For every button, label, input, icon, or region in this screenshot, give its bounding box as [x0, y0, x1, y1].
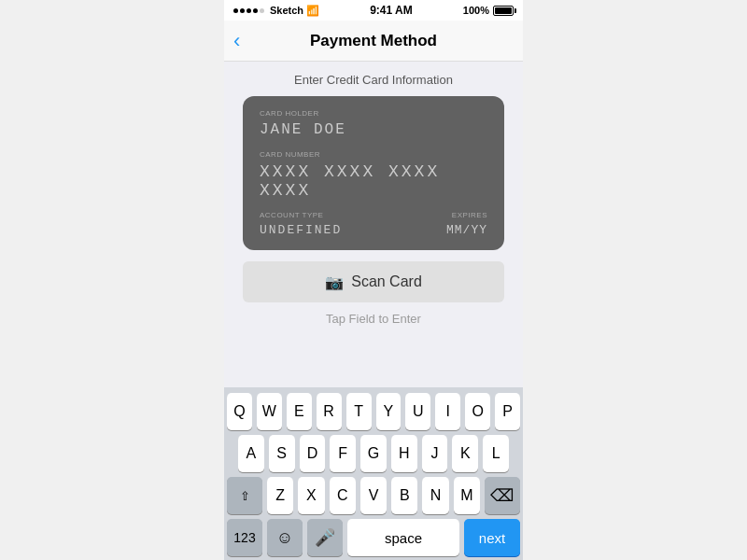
card-holder-value: JANE DOE — [260, 121, 487, 138]
tap-field-hint: Tap Field to Enter — [326, 312, 421, 326]
status-right: 100% — [463, 5, 514, 16]
card-number-section: CARD NUMBER XXXX XXXX XXXX XXXX — [260, 150, 487, 200]
keyboard-row-1: Q W E R T Y U I O P — [227, 393, 520, 430]
key-h[interactable]: H — [391, 435, 417, 472]
back-button[interactable]: ‹ — [233, 31, 240, 51]
key-u[interactable]: U — [405, 393, 430, 430]
key-t[interactable]: T — [346, 393, 372, 430]
keyboard-row-2: A S D F G H J K L — [227, 435, 520, 472]
battery-percent: 100% — [463, 5, 489, 16]
next-key[interactable]: next — [464, 519, 520, 556]
key-r[interactable]: R — [317, 393, 342, 430]
card-number-label: CARD NUMBER — [260, 150, 487, 159]
key-b[interactable]: B — [391, 477, 417, 514]
key-y[interactable]: Y — [376, 393, 402, 430]
card-number-value: XXXX XXXX XXXX XXXX — [260, 162, 487, 200]
key-o[interactable]: O — [465, 393, 490, 430]
key-a[interactable]: A — [238, 435, 264, 472]
key-v[interactable]: V — [360, 477, 387, 514]
page-title: Payment Method — [310, 32, 437, 50]
key-m[interactable]: M — [454, 477, 480, 514]
key-d[interactable]: D — [300, 435, 326, 472]
card-holder-section: CARD HOLDER JANE DOE — [260, 109, 487, 138]
status-bar: Sketch 📶 9:41 AM 100% — [224, 0, 523, 21]
key-s[interactable]: S — [269, 435, 295, 472]
shift-key[interactable]: ⇧ — [227, 477, 262, 514]
numbers-key[interactable]: 123 — [227, 519, 262, 556]
key-i[interactable]: I — [435, 393, 460, 430]
section-header: Enter Credit Card Information — [294, 73, 453, 87]
key-x[interactable]: X — [298, 477, 324, 514]
expires-label: Expires — [452, 211, 487, 219]
scan-card-button[interactable]: 📷 Scan Card — [243, 261, 504, 302]
carrier-label: Sketch — [270, 5, 303, 16]
keyboard: Q W E R T Y U I O P A S D F G H J K L ⇧ … — [224, 387, 523, 560]
status-left: Sketch 📶 — [233, 5, 319, 17]
card-bottom-row: ACCOUNT TYPE UNDEFINED Expires MM/YY — [260, 211, 487, 237]
key-j[interactable]: J — [422, 435, 448, 472]
key-l[interactable]: L — [483, 435, 509, 472]
navigation-bar: ‹ Payment Method — [224, 21, 523, 62]
key-f[interactable]: F — [330, 435, 356, 472]
camera-icon: 📷 — [325, 273, 344, 291]
backspace-key[interactable]: ⌫ — [485, 477, 520, 514]
wifi-icon: 📶 — [306, 5, 319, 17]
key-n[interactable]: N — [422, 477, 448, 514]
key-z[interactable]: Z — [267, 477, 293, 514]
keyboard-row-3: ⇧ Z X C V B N M ⌫ — [227, 477, 520, 514]
scan-card-label: Scan Card — [351, 273, 422, 290]
key-e[interactable]: E — [287, 393, 312, 430]
account-type-label: ACCOUNT TYPE — [260, 211, 342, 219]
mic-key[interactable]: 🎤 — [307, 519, 343, 556]
status-time: 9:41 AM — [370, 4, 413, 17]
emoji-key[interactable]: ☺ — [267, 519, 303, 556]
main-content: Enter Credit Card Information CARD HOLDE… — [224, 62, 523, 387]
battery-fill — [495, 7, 512, 14]
signal-dots — [233, 8, 264, 13]
account-type-section: ACCOUNT TYPE UNDEFINED — [260, 211, 342, 237]
key-c[interactable]: C — [330, 477, 356, 514]
expires-value: MM/YY — [446, 223, 487, 237]
account-type-value: UNDEFINED — [260, 223, 342, 237]
key-w[interactable]: W — [257, 393, 282, 430]
phone-frame: Sketch 📶 9:41 AM 100% ‹ Payment Method E… — [224, 0, 523, 560]
battery-icon — [493, 6, 514, 16]
credit-card: CARD HOLDER JANE DOE CARD NUMBER XXXX XX… — [243, 96, 504, 250]
keyboard-bottom-row: 123 ☺ 🎤 space next — [227, 519, 520, 556]
key-q[interactable]: Q — [227, 393, 252, 430]
card-holder-label: CARD HOLDER — [260, 109, 487, 118]
space-key[interactable]: space — [347, 519, 459, 556]
key-p[interactable]: P — [495, 393, 520, 430]
expires-section: Expires MM/YY — [446, 211, 487, 237]
key-g[interactable]: G — [360, 435, 387, 472]
key-k[interactable]: K — [452, 435, 478, 472]
